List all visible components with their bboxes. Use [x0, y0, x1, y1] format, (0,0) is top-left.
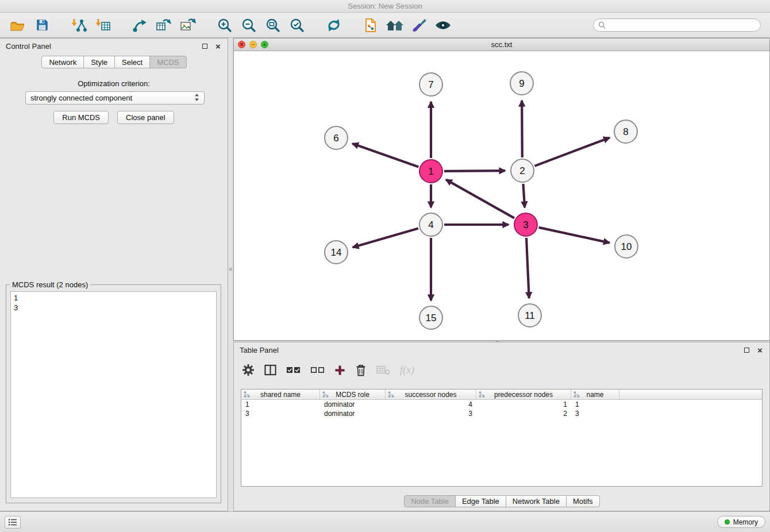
paintbrush-icon [411, 18, 426, 33]
split-columns-icon [264, 364, 276, 376]
mcds-result-list[interactable]: 13 [10, 291, 217, 498]
graph-edge-3-11[interactable] [526, 238, 529, 298]
graph-node-label: 3 [523, 219, 528, 230]
float-table-panel-icon[interactable] [743, 346, 750, 354]
column-header-mcds-role[interactable]: MCDS role [320, 390, 386, 399]
eye-icon [434, 19, 452, 32]
graph-node-label: 4 [428, 219, 433, 230]
search-input[interactable] [609, 21, 756, 30]
graph-edge-3-10[interactable] [539, 228, 610, 243]
select-all-button[interactable] [286, 361, 301, 379]
network-canvas[interactable]: 7968124314101511 [234, 51, 769, 340]
refresh-button[interactable] [322, 15, 346, 36]
column-settings-button[interactable] [242, 361, 255, 379]
table-row[interactable]: 3dominator323 [241, 409, 762, 418]
column-header-name[interactable]: name [571, 390, 619, 399]
memory-button[interactable]: Memory [717, 516, 765, 528]
close-table-panel-icon[interactable]: × [756, 346, 764, 354]
graph-edge-2-9[interactable] [522, 101, 522, 157]
new-network-icon [132, 18, 147, 33]
tab-network-table[interactable]: Network Table [506, 495, 567, 507]
close-panel-icon[interactable]: × [214, 43, 222, 50]
mcds-result-item[interactable]: 1 [14, 293, 213, 303]
delete-column-button[interactable] [355, 361, 367, 379]
column-label: MCDS role [336, 391, 369, 399]
tab-select[interactable]: Select [114, 56, 150, 68]
mcds-result-item[interactable]: 3 [14, 303, 213, 313]
graph-edge-3-1[interactable] [446, 180, 514, 218]
add-column-button[interactable] [334, 361, 345, 379]
table-cell: 1 [476, 400, 571, 409]
close-panel-button[interactable]: Close panel [117, 111, 174, 124]
graph-edge-1-2[interactable] [444, 171, 505, 171]
column-type-icon [573, 391, 580, 399]
node-table-header: shared name MCDS role successor nodes pr… [241, 390, 762, 400]
refresh-icon [326, 18, 342, 33]
graph-node-label: 7 [428, 79, 433, 90]
graph-edge-1-6[interactable] [352, 144, 418, 167]
open-folder-icon [10, 18, 26, 32]
minimize-window-icon[interactable]: − [249, 41, 257, 48]
table-cell: 2 [476, 409, 571, 418]
run-mcds-button[interactable]: Run MCDS [53, 111, 109, 124]
export-image-button[interactable] [176, 15, 200, 36]
home-layout-button[interactable] [383, 15, 407, 36]
delete-table-button[interactable] [376, 361, 390, 379]
import-table-button[interactable] [91, 15, 115, 36]
control-panel-title: Control Panel [6, 42, 51, 51]
tab-style[interactable]: Style [83, 56, 115, 68]
column-type-icon [479, 391, 485, 399]
clear-selection-icon [310, 365, 325, 375]
column-label: shared name [260, 391, 301, 399]
network-from-table-button[interactable] [152, 15, 176, 36]
open-session-button[interactable] [6, 15, 30, 36]
task-history-button[interactable] [5, 516, 21, 529]
apply-style-button[interactable] [407, 15, 431, 36]
column-header-successor-nodes[interactable]: successor nodes [386, 390, 476, 399]
table-row[interactable]: 1dominator411 [241, 400, 762, 409]
main-toolbar [0, 13, 770, 38]
split-columns-button[interactable] [264, 361, 276, 379]
new-network-button[interactable] [128, 15, 152, 36]
tab-mcds[interactable]: MCDS [149, 56, 186, 68]
import-network-button[interactable] [67, 15, 91, 36]
clear-selection-button[interactable] [310, 361, 325, 379]
column-header-predecessor-nodes[interactable]: predecessor nodes [476, 390, 571, 399]
zoom-window-icon[interactable]: + [261, 41, 268, 48]
close-window-icon[interactable]: × [238, 41, 245, 48]
tab-edge-table[interactable]: Edge Table [455, 495, 506, 507]
show-graphics-details-button[interactable] [431, 15, 455, 36]
zoom-selected-icon [290, 18, 305, 33]
tab-node-table[interactable]: Node Table [404, 495, 456, 507]
control-panel-tabs: Network Style Select MCDS [0, 56, 228, 68]
tab-motifs[interactable]: Motifs [566, 495, 600, 507]
zoom-in-button[interactable] [213, 15, 237, 36]
save-session-button[interactable] [30, 15, 54, 36]
search-box[interactable] [593, 18, 761, 32]
network-from-table-icon [156, 18, 172, 33]
table-cell: dominator [320, 400, 386, 409]
mcds-result-title: MCDS result (2 nodes) [10, 280, 90, 289]
save-icon [36, 18, 49, 32]
application-window: Session: New Session [0, 0, 770, 532]
graph-edge-2-8[interactable] [535, 138, 610, 166]
zoom-out-button[interactable] [237, 15, 261, 36]
criterion-dropdown[interactable]: strongly connected component [25, 91, 205, 105]
table-cell-filler [619, 409, 762, 418]
graph-edge-2-3[interactable] [523, 184, 525, 207]
graph-node-label: 8 [623, 126, 628, 137]
zoom-selected-button[interactable] [285, 15, 309, 36]
network-canvas-area[interactable]: 7968124314101511 [234, 51, 769, 340]
graph-node-label: 14 [331, 247, 342, 258]
list-icon [8, 518, 17, 526]
table-cell: dominator [320, 409, 386, 418]
zoom-out-icon [241, 18, 256, 33]
float-panel-icon[interactable] [201, 43, 209, 50]
column-header-shared-name[interactable]: shared name [241, 390, 320, 399]
graph-edge-4-14[interactable] [353, 228, 418, 247]
export-network-document-button[interactable] [359, 15, 383, 36]
apply-function-button[interactable]: f(x) [400, 361, 414, 379]
zoom-fit-button[interactable] [261, 15, 285, 36]
column-type-icon [322, 391, 329, 399]
tab-network[interactable]: Network [41, 56, 84, 68]
